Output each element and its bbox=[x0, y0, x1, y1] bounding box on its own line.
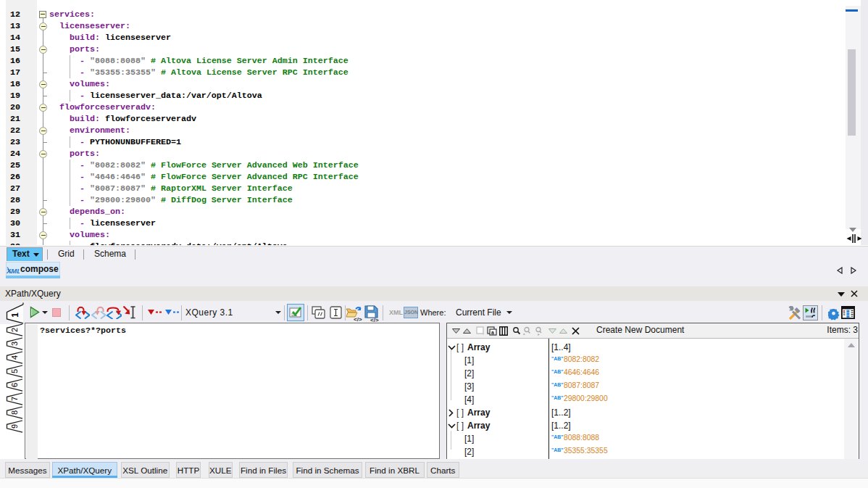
svg-text:2: 2 bbox=[10, 328, 19, 332]
svg-text:4: 4 bbox=[10, 355, 19, 360]
svg-text:</>: </> bbox=[370, 317, 379, 323]
svg-text:XML: XML bbox=[7, 267, 20, 275]
svg-text:5: 5 bbox=[10, 369, 19, 373]
svg-text:8: 8 bbox=[10, 410, 19, 415]
svg-text:6: 6 bbox=[10, 383, 19, 387]
svg-text:3: 3 bbox=[10, 342, 19, 346]
svg-text:1: 1 bbox=[10, 313, 20, 318]
svg-text:9: 9 bbox=[10, 424, 19, 429]
svg-text:7: 7 bbox=[10, 397, 19, 401]
svg-text:a: a bbox=[491, 330, 494, 335]
svg-text:</>: </> bbox=[354, 316, 362, 322]
